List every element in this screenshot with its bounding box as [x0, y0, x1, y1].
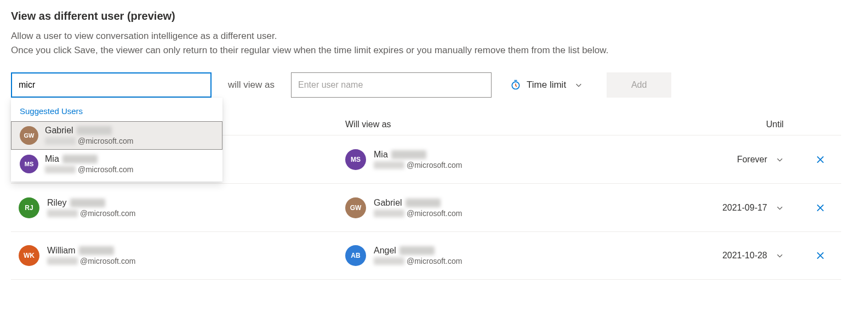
user-email: @microsoft.com [45, 137, 133, 145]
redacted-text [406, 199, 441, 207]
table-row: WK William @microsoft.com AB Angel [11, 231, 841, 280]
avatar: MS [20, 155, 38, 173]
user-email: @microsoft.com [374, 209, 462, 218]
redacted-text [47, 210, 78, 217]
redacted-text [62, 155, 98, 163]
until-value: 2021-10-28 [722, 251, 767, 261]
user-name: Angel [374, 246, 462, 256]
avatar: WK [19, 245, 39, 266]
remove-icon[interactable] [815, 155, 825, 165]
user-name: Gabriel [45, 126, 133, 135]
until-value: Forever [737, 155, 767, 165]
add-user-row: Suggested Users GW Gabriel @microsoft.co… [11, 72, 857, 98]
chevron-down-icon[interactable] [776, 156, 784, 163]
redacted-text [374, 257, 404, 265]
redacted-text [45, 137, 76, 145]
will-view-as-label: will view as [225, 80, 278, 90]
redacted-text [374, 161, 404, 169]
redacted-text [47, 257, 78, 265]
col-header-until: Until [674, 120, 784, 129]
avatar: MS [345, 149, 366, 170]
user-email: @microsoft.com [47, 257, 135, 265]
remove-icon[interactable] [815, 251, 825, 261]
viewer-input[interactable] [11, 72, 212, 98]
dropdown-item[interactable]: GW Gabriel @microsoft.com [11, 121, 222, 150]
timer-icon [510, 80, 521, 90]
add-button[interactable]: Add [607, 72, 671, 98]
table-row: RJ Riley @microsoft.com GW Gabriel [11, 183, 841, 231]
avatar: GW [345, 197, 366, 218]
user-email: @microsoft.com [47, 209, 135, 218]
avatar: RJ [19, 197, 39, 218]
user-name: Mia [45, 154, 133, 164]
chevron-down-icon [575, 81, 583, 89]
user-email: @microsoft.com [374, 257, 462, 265]
target-user-input[interactable] [291, 72, 492, 98]
avatar: GW [20, 126, 38, 145]
dropdown-item[interactable]: MS Mia @microsoft.com [11, 150, 222, 178]
user-name: William [47, 246, 135, 256]
col-header-viewas: Will view as [345, 120, 674, 129]
redacted-text [399, 246, 435, 255]
redacted-text [70, 199, 105, 207]
time-limit-label: Time limit [527, 80, 566, 90]
redacted-text [391, 150, 426, 159]
dropdown-header: Suggested Users [11, 102, 222, 121]
suggested-users-dropdown: Suggested Users GW Gabriel @microsoft.co… [11, 98, 222, 182]
user-name: Mia [374, 150, 462, 160]
chevron-down-icon[interactable] [776, 204, 784, 212]
redacted-text [77, 126, 112, 135]
user-email: @microsoft.com [374, 161, 462, 169]
redacted-text [374, 210, 404, 217]
user-email: @microsoft.com [45, 165, 133, 174]
redacted-text [45, 166, 76, 173]
until-value: 2021-09-17 [722, 203, 767, 213]
time-limit-dropdown[interactable]: Time limit [510, 80, 583, 90]
avatar: AB [345, 245, 366, 266]
page-description: Allow a user to view conversation intell… [11, 29, 857, 57]
chevron-down-icon[interactable] [776, 252, 784, 259]
remove-icon[interactable] [815, 203, 825, 213]
redacted-text [79, 246, 114, 255]
page-title: View as different user (preview) [11, 10, 857, 22]
user-name: Gabriel [374, 198, 462, 208]
user-name: Riley [47, 198, 135, 208]
